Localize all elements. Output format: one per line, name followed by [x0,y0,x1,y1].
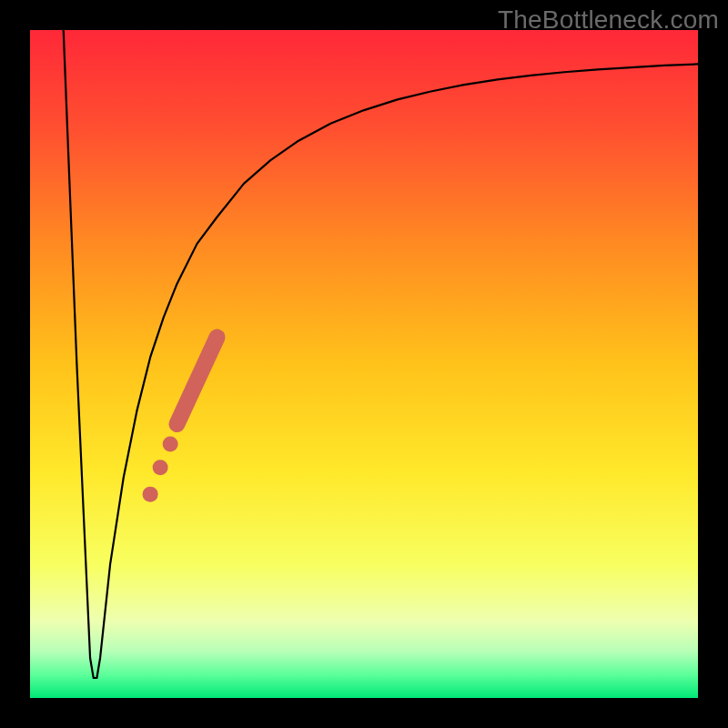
highlight-dot [143,487,158,502]
gradient-background [30,30,698,698]
chart-container: TheBottleneck.com [0,0,728,728]
highlight-dot [163,437,178,452]
highlight-dot [153,460,168,475]
watermark-text: TheBottleneck.com [498,5,719,35]
bottleneck-chart [0,0,728,728]
